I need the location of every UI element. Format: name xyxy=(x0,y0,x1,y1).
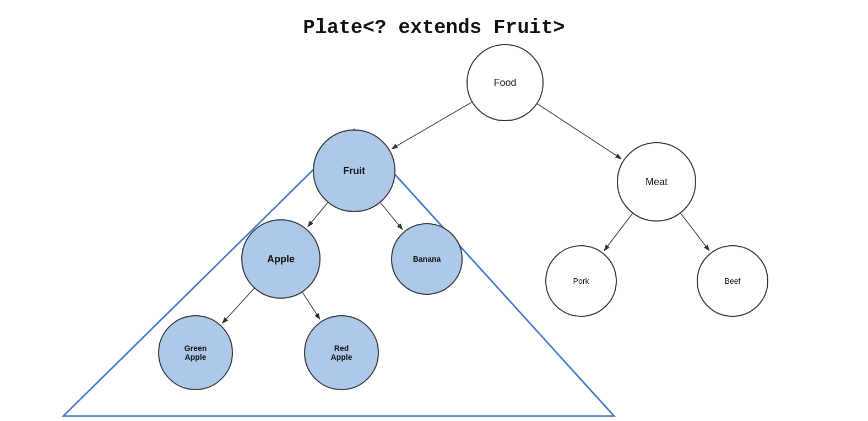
svg-line-3 xyxy=(308,203,328,226)
node-greenapple: GreenApple xyxy=(158,315,233,390)
node-food: Food xyxy=(466,44,544,121)
node-apple: Apple xyxy=(241,219,321,299)
node-beef: Beef xyxy=(697,245,768,317)
svg-line-7 xyxy=(223,288,254,322)
svg-line-5 xyxy=(605,213,632,250)
svg-line-2 xyxy=(538,104,621,158)
node-redapple: RedApple xyxy=(304,315,379,390)
node-fruit: Fruit xyxy=(313,129,395,212)
svg-line-8 xyxy=(302,292,319,318)
node-pork: Pork xyxy=(545,245,617,317)
page-title: Plate<? extends Fruit> xyxy=(0,17,868,39)
node-banana: Banana xyxy=(391,223,463,295)
svg-line-1 xyxy=(393,102,472,148)
node-meat: Meat xyxy=(617,142,696,222)
svg-line-4 xyxy=(381,203,402,229)
svg-line-6 xyxy=(681,213,709,250)
